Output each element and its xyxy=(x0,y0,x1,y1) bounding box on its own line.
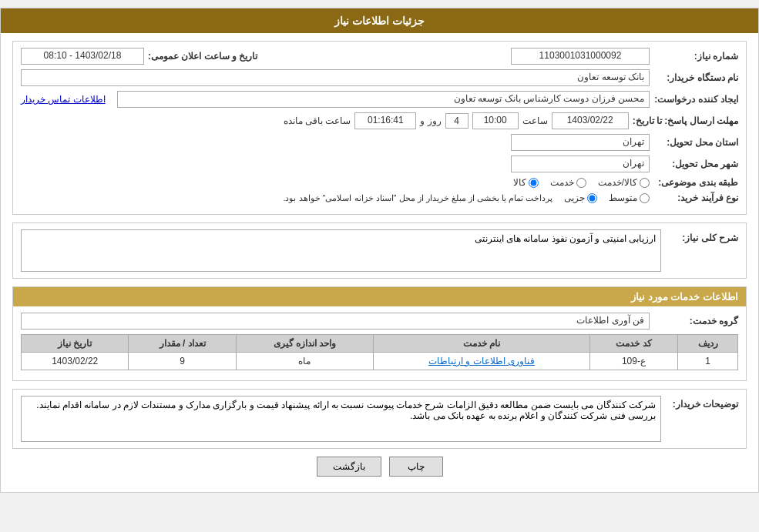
creator-value: محسن فرزان دوست کارشناس بانک توسعه تعاون xyxy=(117,91,650,108)
province-value: تهران xyxy=(511,134,650,151)
city-value: تهران xyxy=(511,156,650,172)
notes-row: توضیحات خریدار: xyxy=(13,390,746,448)
row-city: شهر محل تحویل: تهران xyxy=(21,156,738,172)
description-textarea[interactable] xyxy=(21,229,661,272)
services-body: گروه خدمت: فن آوری اطلاعات ردیف کد خدمت … xyxy=(13,306,746,380)
description-section: شرح کلی نیاز: xyxy=(12,223,747,279)
buttons-row: چاپ بازگشت xyxy=(12,457,747,477)
description-row: شرح کلی نیاز: xyxy=(13,223,746,278)
col-row: ردیف xyxy=(678,335,738,353)
contact-link[interactable]: اطلاعات تماس خریدار xyxy=(21,94,106,105)
category-label-kala: کالا xyxy=(513,177,526,188)
row-creator: ایجاد کننده درخواست: محسن فرزان دوست کار… xyxy=(21,91,738,108)
purchase-label-motavasset: متوسط xyxy=(609,192,637,203)
category-label-khedmat: خدمت xyxy=(550,177,574,188)
table-row: 1 ع-109 فناوری اطلاعات و ارتباطات ماه 9 … xyxy=(22,353,738,370)
row-service-group: گروه خدمت: فن آوری اطلاعات xyxy=(21,313,738,330)
table-header-row: ردیف کد خدمت نام خدمت واحد اندازه گیری ت… xyxy=(22,335,738,353)
row-purchase-type: نوع فرآیند خرید: متوسط جزیی پرداخت تمام … xyxy=(21,192,738,203)
col-quantity: تعداد / مقدار xyxy=(129,335,236,353)
category-radio-group: کالا/خدمت خدمت کالا xyxy=(513,177,650,188)
col-unit: واحد اندازه گیری xyxy=(236,335,373,353)
row-buyer: نام دستگاه خریدار: بانک توسعه تعاون xyxy=(21,69,738,86)
category-option-kala-khedmat: کالا/خدمت xyxy=(598,177,650,188)
purchase-option-motavasset: متوسط xyxy=(609,192,650,203)
purchase-label-jozi: جزیی xyxy=(564,192,585,203)
col-date: تاریخ نیاز xyxy=(22,335,129,353)
print-button[interactable]: چاپ xyxy=(389,457,443,477)
page-content: شماره نیاز: 1103001031000092 تاریخ و ساع… xyxy=(1,33,758,492)
notes-textarea[interactable] xyxy=(21,396,661,442)
province-label: استان محل تحویل: xyxy=(653,137,738,148)
page-title: جزئیات اطلاعات نیاز xyxy=(334,15,425,27)
notes-section: توضیحات خریدار: xyxy=(12,389,747,449)
main-container: جزئیات اطلاعات نیاز شماره نیاز: 11030010… xyxy=(0,8,759,493)
creator-label: ایجاد کننده درخواست: xyxy=(653,94,738,105)
row-province: استان محل تحویل: تهران xyxy=(21,134,738,151)
response-time-label: ساعت xyxy=(522,115,548,126)
service-group-value: فن آوری اطلاعات xyxy=(21,313,650,330)
city-label: شهر محل تحویل: xyxy=(653,159,738,169)
response-label: مهلت ارسال پاسخ: تا تاریخ: xyxy=(633,115,738,126)
services-section-title: اطلاعات خدمات مورد نیاز xyxy=(13,287,746,306)
notes-label: توضیحات خریدار: xyxy=(661,396,738,410)
cell-quantity: 9 xyxy=(129,353,236,370)
cell-row: 1 xyxy=(678,353,738,370)
category-radio-kala-khedmat[interactable] xyxy=(640,178,650,188)
cell-date: 1403/02/22 xyxy=(22,353,129,370)
description-label: شرح کلی نیاز: xyxy=(661,229,738,243)
cell-name: فناوری اطلاعات و ارتباطات xyxy=(374,353,589,370)
services-table: ردیف کد خدمت نام خدمت واحد اندازه گیری ت… xyxy=(21,334,738,370)
cell-code: ع-109 xyxy=(589,353,678,370)
category-option-kala: کالا xyxy=(513,177,539,188)
category-label-kala-khedmat: کالا/خدمت xyxy=(598,177,637,188)
response-remaining: 01:16:41 xyxy=(354,112,416,129)
purchase-radio-motavasset[interactable] xyxy=(640,193,650,203)
col-name: نام خدمت xyxy=(374,335,589,353)
date-value: 1403/02/18 - 08:10 xyxy=(21,48,144,65)
response-remaining-label: ساعت باقی مانده xyxy=(284,115,351,126)
purchase-radio-jozi[interactable] xyxy=(587,193,597,203)
row-niyaz-date: شماره نیاز: 1103001031000092 تاریخ و ساع… xyxy=(21,48,738,65)
response-days-value: 4 xyxy=(445,113,468,129)
buyer-value: بانک توسعه تعاون xyxy=(21,69,650,86)
response-days-label: روز و xyxy=(420,115,441,126)
category-radio-khedmat[interactable] xyxy=(576,178,586,188)
category-label: طبقه بندی موضوعی: xyxy=(653,177,738,188)
buyer-label: نام دستگاه خریدار: xyxy=(653,72,738,83)
row-deadline: مهلت ارسال پاسخ: تا تاریخ: 1403/02/22 سا… xyxy=(21,112,738,129)
page-header: جزئیات اطلاعات نیاز xyxy=(1,8,758,33)
purchase-type-label: نوع فرآیند خرید: xyxy=(653,192,738,203)
niyaz-number-value: 1103001031000092 xyxy=(511,48,650,65)
main-info-body: شماره نیاز: 1103001031000092 تاریخ و ساع… xyxy=(13,42,746,214)
category-option-khedmat: خدمت xyxy=(550,177,586,188)
services-section: اطلاعات خدمات مورد نیاز گروه خدمت: فن آو… xyxy=(12,286,747,381)
col-code: کد خدمت xyxy=(589,335,678,353)
back-button[interactable]: بازگشت xyxy=(317,457,381,477)
service-group-label: گروه خدمت: xyxy=(653,316,738,326)
purchase-note: پرداخت تمام یا بخشی از مبلغ خریدار از مح… xyxy=(283,193,552,203)
purchase-option-jozi: جزیی xyxy=(564,192,597,203)
niyaz-number-label: شماره نیاز: xyxy=(653,51,738,62)
date-label: تاریخ و ساعت اعلان عمومی: xyxy=(148,51,257,62)
main-info-section: شماره نیاز: 1103001031000092 تاریخ و ساع… xyxy=(12,41,747,215)
response-date: 1403/02/22 xyxy=(552,112,629,129)
purchase-radio-group: متوسط جزیی xyxy=(564,192,650,203)
response-time: 10:00 xyxy=(472,112,519,129)
category-radio-kala[interactable] xyxy=(529,178,539,188)
row-category: طبقه بندی موضوعی: کالا/خدمت خدمت کالا xyxy=(21,177,738,188)
cell-unit: ماه xyxy=(236,353,373,370)
